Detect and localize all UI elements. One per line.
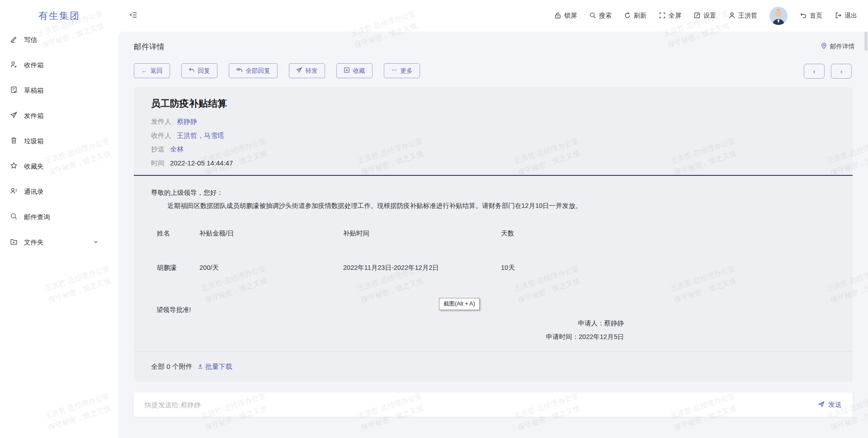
cc-label: 抄送: [151, 145, 165, 153]
sidebar-item-mail-search[interactable]: 邮件查询: [0, 204, 118, 230]
logout-icon: [835, 12, 842, 20]
sidebar-item-trash[interactable]: 垃圾箱: [0, 128, 118, 154]
sidebar-item-label: 收件箱: [24, 61, 44, 70]
favorite-label: 收藏: [353, 67, 365, 75]
mail-paragraph: 近期福田区数据团队成员胡鹏濠被抽调沙头街道参加疫情数据处理工作。现根据防疫补贴标…: [151, 202, 734, 210]
home-label: 首页: [810, 12, 822, 20]
sidebar-nav: 写信 收件箱 草稿箱 发件箱 垃圾箱 收藏夹 通讯录 邮件查询: [0, 27, 118, 255]
quick-send-input[interactable]: [145, 401, 818, 409]
logout-label: 退出: [844, 12, 857, 20]
back-button[interactable]: ← 返回: [134, 63, 170, 78]
lock-icon: [554, 12, 561, 20]
reply-button[interactable]: 回复: [181, 63, 217, 78]
fullscreen-icon: [659, 12, 666, 20]
more-button[interactable]: 更多: [384, 63, 420, 78]
sidebar-item-folders[interactable]: 文件夹: [0, 230, 118, 255]
table-header-amount: 补贴金额/日: [199, 229, 234, 238]
sidebar-item-label: 垃圾箱: [24, 137, 44, 146]
undo-arrow-icon: [800, 12, 807, 20]
table-header-name: 姓名: [157, 229, 170, 238]
fullscreen-button[interactable]: 全屏: [659, 12, 681, 20]
mail-detail-card: 员工防疫补贴结算 发件人蔡静静 收件人王洪哲，马雪瑶 抄送全林 时间2022-1…: [134, 87, 853, 382]
avatar[interactable]: [769, 7, 788, 25]
to-value[interactable]: 王洪哲，马雪瑶: [177, 132, 224, 139]
attachments-bar: 全部 0 个附件 批量下载: [134, 351, 853, 382]
mail-cc-row: 抄送全林: [151, 142, 233, 156]
mail-subject: 员工防疫补贴结算: [151, 97, 227, 110]
lock-screen-button[interactable]: 锁屏: [554, 12, 577, 20]
contacts-icon: [10, 187, 24, 196]
lock-screen-label: 锁屏: [564, 12, 577, 20]
sidebar: 写信 收件箱 草稿箱 发件箱 垃圾箱 收藏夹 通讯录 邮件查询: [0, 32, 118, 438]
screenshot-hotkey-tooltip: 截图(Alt + A): [439, 298, 480, 310]
forward-label: 转发: [306, 67, 318, 75]
draft-document-icon: [10, 86, 24, 95]
forward-button[interactable]: 转发: [289, 63, 325, 78]
table-cell-amount: 200/天: [199, 264, 219, 272]
sidebar-collapse-button[interactable]: [129, 11, 137, 21]
table-header-days: 天数: [501, 229, 514, 238]
sidebar-item-inbox[interactable]: 收件箱: [0, 52, 118, 78]
search-label: 搜索: [599, 12, 612, 20]
reply-all-button[interactable]: 全部回复: [229, 63, 278, 78]
from-label: 发件人: [151, 118, 171, 125]
reply-all-label: 全部回复: [246, 67, 270, 75]
quick-send-bar: 发送: [134, 392, 853, 417]
attachments-summary: 全部 0 个附件: [151, 363, 193, 371]
time-label: 时间: [151, 159, 165, 167]
chevron-down-icon[interactable]: [93, 239, 105, 246]
sidebar-item-label: 收藏夹: [24, 162, 44, 171]
sidebar-item-label: 草稿箱: [24, 86, 44, 95]
chevron-left-icon: ‹: [813, 67, 816, 75]
scrollbar-thumb[interactable]: [864, 30, 868, 51]
user-name-label: 王洪哲: [738, 12, 757, 20]
sidebar-item-drafts[interactable]: 草稿箱: [0, 78, 118, 103]
brand-logo: 有生集团: [38, 9, 80, 22]
sidebar-item-sent[interactable]: 发件箱: [0, 103, 118, 128]
settings-label: 设置: [703, 12, 716, 20]
pencil-icon: [10, 35, 24, 44]
table-cell-days: 10天: [501, 264, 515, 272]
mail-applicant: 申请人：蔡静静: [151, 319, 624, 328]
breadcrumb: 邮件详情: [821, 42, 854, 51]
settings-button[interactable]: 设置: [693, 12, 716, 20]
send-button[interactable]: 发送: [818, 400, 842, 409]
prev-mail-button[interactable]: ‹: [804, 64, 825, 79]
more-label: 更多: [401, 67, 413, 75]
logout-button[interactable]: 退出: [835, 12, 857, 20]
trash-icon: [10, 137, 24, 146]
mail-meta: 发件人蔡静静 收件人王洪哲，马雪瑶 抄送全林 时间2022-12-05 14:4…: [151, 115, 233, 170]
cc-value[interactable]: 全林: [170, 145, 184, 153]
mail-greeting: 尊敬的上级领导，您好：: [151, 188, 223, 197]
batch-download-label: 批量下载: [205, 363, 232, 371]
refresh-button[interactable]: 刷新: [624, 12, 646, 20]
search-icon: [589, 12, 596, 20]
forward-plane-icon: [296, 67, 302, 75]
from-value[interactable]: 蔡静静: [177, 118, 197, 125]
back-arrow-icon: ←: [141, 67, 147, 74]
back-label: 返回: [151, 67, 163, 75]
mail-closing: 望领导批准!: [156, 306, 191, 314]
folder-icon: [10, 238, 24, 247]
topbar: 锁屏 搜索 刷新 全屏 设置 王洪哲 首页: [118, 0, 868, 32]
chevron-right-icon: ›: [840, 67, 843, 75]
search-button[interactable]: 搜索: [589, 12, 612, 20]
reply-icon: [189, 67, 195, 75]
sidebar-item-label: 邮件查询: [24, 213, 50, 221]
send-label: 发送: [828, 400, 842, 409]
settings-edit-icon: [693, 12, 701, 20]
sidebar-item-favorites[interactable]: 收藏夹: [0, 154, 118, 179]
home-button[interactable]: 首页: [800, 12, 822, 20]
time-value: 2022-12-05 14:44:47: [170, 159, 233, 167]
sidebar-item-label: 文件夹: [24, 238, 44, 247]
next-mail-button[interactable]: ›: [831, 64, 852, 79]
to-label: 收件人: [151, 132, 171, 139]
sidebar-item-contacts[interactable]: 通讯录: [0, 179, 118, 204]
download-icon: [197, 363, 203, 371]
current-user[interactable]: 王洪哲: [728, 12, 757, 20]
location-pin-icon: [821, 42, 827, 51]
batch-download-link[interactable]: 批量下载: [197, 363, 232, 371]
favorite-button[interactable]: 收藏: [336, 63, 373, 78]
mail-time-row: 时间2022-12-05 14:44:47: [151, 156, 233, 170]
reply-all-icon: [236, 67, 243, 75]
